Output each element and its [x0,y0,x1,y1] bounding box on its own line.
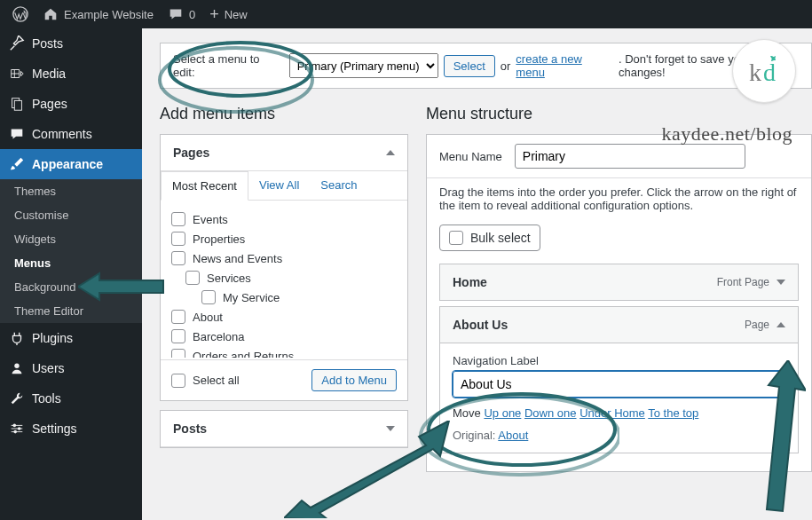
pin-icon [9,35,25,51]
sidebar-item-tools[interactable]: Tools [0,383,142,414]
tab-most-recent[interactable]: Most Recent [161,171,248,201]
move-down-one[interactable]: Down one [524,406,577,420]
checkbox[interactable] [171,212,185,226]
checkbox[interactable] [171,329,185,343]
new-link[interactable]: + New [202,0,255,28]
kd-logo-icon: k d [744,51,784,91]
checkbox[interactable] [171,251,185,265]
sidebar-item-settings[interactable]: Settings [0,414,142,444]
pages-list[interactable]: Events Properties News and Events Servic… [162,202,406,358]
sub-widgets[interactable]: Widgets [0,227,142,251]
admin-bar: Example Website 0 + New [0,0,812,28]
menu-dropdown[interactable]: Primary (Primary menu) [289,53,438,78]
move-under-home[interactable]: Under Home [579,406,645,420]
sidebar-label: Appearance [32,157,103,171]
pages-accordion-header[interactable]: Pages [161,135,407,171]
select-all-label: Select all [193,374,240,387]
menu-name-input[interactable] [515,144,745,169]
page-row[interactable]: Services [171,268,398,288]
svg-point-5 [18,427,21,430]
sidebar-item-plugins[interactable]: Plugins [0,323,142,353]
sidebar-label: Settings [32,422,77,436]
chevron-down-icon[interactable] [777,280,785,285]
original-link[interactable]: About [498,429,528,442]
wp-logo[interactable] [5,0,35,28]
menu-item-home[interactable]: Home Front Page [439,264,799,301]
checkbox[interactable] [171,349,185,358]
page-row[interactable]: Properties [171,229,398,248]
mi-type: Page [745,319,769,331]
sidebar-item-users[interactable]: Users [0,353,142,383]
posts-accordion: Posts [160,410,408,448]
svg-point-6 [13,430,17,434]
menu-select-bar: Select a menu to edit: Primary (Primary … [160,43,812,89]
comments-link[interactable]: 0 [161,0,202,28]
add-to-menu-button[interactable]: Add to Menu [311,369,397,391]
select-button[interactable]: Select [444,55,495,77]
page-label: Services [207,272,251,285]
user-icon [9,360,25,376]
site-title: Example Website [64,8,154,21]
page-row[interactable]: Events [171,209,398,229]
page-row[interactable]: News and Events [171,248,398,268]
comment-icon [9,126,25,142]
page-label: About [193,311,223,324]
svg-rect-2 [14,100,21,110]
posts-accordion-header[interactable]: Posts [161,411,407,447]
bulk-select-button[interactable]: Bulk select [439,225,540,251]
select-all[interactable]: Select all [171,371,240,390]
sub-customise[interactable]: Customise [0,203,142,227]
navigation-label-input[interactable] [453,371,785,398]
comment-count: 0 [189,8,195,21]
create-menu-link[interactable]: create a new menu [516,52,613,79]
or-text: or [501,59,511,73]
page-label: Orders and Returns [193,350,294,358]
site-link[interactable]: Example Website [35,0,161,28]
sidebar-item-media[interactable]: Media [0,59,142,89]
original-row: Original: About [453,429,785,442]
move-to-top[interactable]: To the top [648,406,698,420]
wordpress-icon [12,6,28,22]
sidebar-item-appearance[interactable]: Appearance [0,149,142,179]
comment-icon [168,6,184,22]
sidebar-item-comments[interactable]: Comments [0,119,142,149]
menu-item-details: Navigation Label Move Up one Down one Un… [440,343,798,453]
sidebar-item-pages[interactable]: Pages [0,89,142,119]
checkbox[interactable] [171,232,185,246]
sub-theme-editor[interactable]: Theme Editor [0,299,142,323]
sub-background[interactable]: Background [0,275,142,299]
menu-item-about-us[interactable]: About Us Page Navigation Label Move Up o… [439,306,799,453]
checkbox[interactable] [171,310,185,324]
sidebar-label: Tools [32,391,61,406]
page-row[interactable]: About [171,307,398,327]
sub-menus[interactable]: Menus [0,251,142,275]
pages-tabs: Most Recent View All Search [161,171,407,201]
nav-label-label: Navigation Label [453,354,785,367]
sidebar-label: Plugins [32,331,73,345]
move-up-one[interactable]: Up one [484,406,521,420]
checkbox[interactable] [201,290,216,304]
plug-icon [9,330,25,346]
posts-title: Posts [173,422,207,436]
original-label: Original: [453,429,495,442]
checkbox[interactable] [449,231,463,245]
sidebar-item-posts[interactable]: Posts [0,28,142,59]
page-label: Barcelona [193,330,245,343]
tab-search[interactable]: Search [310,171,367,200]
svg-text:d: d [763,59,776,86]
checkbox[interactable] [171,374,185,388]
mi-label: About Us [453,318,508,332]
checkbox[interactable] [185,271,200,285]
svg-text:k: k [749,59,761,86]
chevron-up-icon[interactable] [777,322,785,327]
chevron-up-icon [386,150,395,155]
structure-column: Menu structure Menu Name Drag the items … [426,105,812,481]
sub-themes[interactable]: Themes [0,179,142,203]
structure-heading: Menu structure [426,105,812,123]
page-row[interactable]: Barcelona [171,327,398,346]
sidebar-label: Comments [32,127,92,141]
page-row[interactable]: Orders and Returns [171,346,398,358]
tab-view-all[interactable]: View All [248,171,310,200]
page-row[interactable]: My Service [171,288,398,307]
page-label: News and Events [193,252,282,265]
